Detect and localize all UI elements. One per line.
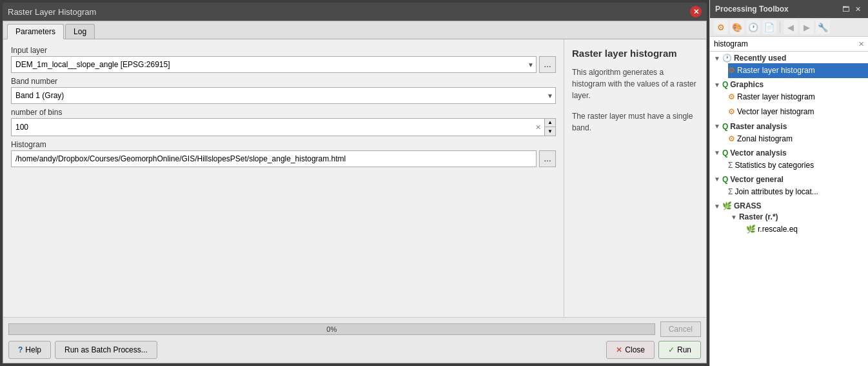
graphics-q-icon: Q [722,80,728,89]
toolbar-wrench-button[interactable]: 🔧 [816,20,830,34]
graphics-children: ⚙ Raster layer histogram ⚙ Vector layer … [710,90,868,119]
description-title: Raster layer histogram [572,47,698,60]
toolbar-gear-button[interactable]: ⚙ [714,20,728,34]
bins-input[interactable] [12,119,531,136]
toolbox-restore-icon[interactable]: 🗔 [840,4,851,14]
bins-row: ✕ ▲ ▼ [11,118,556,136]
raster-analysis-label: Raster analysis [730,122,787,131]
vector-analysis-children: Σ Statistics by categories [710,158,868,173]
vector-general-group[interactable]: ▼ Q Vector general [710,173,868,185]
close-button[interactable]: ✕ Close [606,341,655,359]
vector-general-children: Σ Join attributes by locat... [710,185,868,199]
grass-icon: 🌿 [722,201,732,210]
grass-expand-icon: ▼ [714,203,720,210]
toolbox-header-icons: 🗔 ✕ [840,4,863,14]
toolbar-separator [780,21,780,33]
raster-analysis-group[interactable]: ▼ Q Raster analysis [710,120,868,132]
histogram-path-input[interactable] [11,150,537,167]
raster-analysis-children: ⚙ Zonal histogram [710,132,868,147]
raster-r-label: Raster (r.*) [739,212,778,221]
input-layer-row: DEM_1m_local__slope_angle [EPSG:26915] ▼… [11,56,556,73]
run-check-icon: ✓ [668,345,675,354]
toolbox-close-icon[interactable]: ✕ [853,4,863,14]
zonal-histogram-gear-icon: ⚙ [728,133,735,145]
join-attributes-item[interactable]: Σ Join attributes by locat... [728,185,868,199]
statistics-by-categories-item[interactable]: Σ Statistics by categories [728,158,868,173]
progress-bar-container: 0% [8,323,655,335]
recently-used-group[interactable]: ▼ 🕐 Recently used [710,52,868,63]
tab-log[interactable]: Log [65,24,95,39]
help-icon: ? [18,345,23,354]
band-number-select-wrapper: Band 1 (Gray) ▼ [11,87,556,104]
toolbox-title: Processing Toolbox [715,5,789,14]
toolbar-forward-icon: ▶ [804,23,810,32]
join-attributes-sigma-icon: Σ [728,186,733,198]
cancel-button[interactable]: Cancel [660,321,701,337]
raster-r-expand-icon: ▼ [731,214,737,221]
bins-spinners: ▲ ▼ [544,119,555,136]
toolbar-forward-button[interactable]: ▶ [800,20,814,34]
search-input[interactable] [714,39,856,48]
graphics-label: Graphics [730,80,764,89]
search-bar: ✕ [710,37,868,52]
toolbar-document-button[interactable]: 📄 [762,20,776,34]
action-buttons: ? Help Run as Batch Process... ✕ Close ✓… [8,341,701,359]
join-attributes-label: Join attributes by locat... [735,186,818,198]
toolbar-back-button[interactable]: ◀ [784,20,798,34]
vector-histogram-gear-icon: ⚙ [728,106,735,118]
r-rescale-eq-item[interactable]: 🌿 r.rescale.eq [746,222,868,237]
toolbar-palette-button[interactable]: 🎨 [730,20,744,34]
input-layer-browse-button[interactable]: … [539,56,556,73]
toolbox-header: Processing Toolbox 🗔 ✕ [710,0,868,18]
histogram-browse-button[interactable]: … [539,150,556,167]
vector-general-label: Vector general [730,175,784,184]
input-layer-select[interactable]: DEM_1m_local__slope_angle [EPSG:26915] [11,56,537,73]
toolbar-history-icon: 🕐 [748,23,758,32]
histogram-row: … [11,150,556,167]
raster-r-subgroup[interactable]: ▼ Raster (r.*) [719,211,868,222]
batch-button[interactable]: Run as Batch Process... [55,341,157,359]
right-buttons: ✕ Close ✓ Run [606,341,701,359]
vector-layer-histogram-item[interactable]: ⚙ Vector layer histogram [728,105,868,119]
bins-clear-button[interactable]: ✕ [531,119,544,136]
raster-layer-histogram-recent-item[interactable]: ⚙ Raster layer histogram [728,63,868,78]
toolbar-history-button[interactable]: 🕐 [746,20,760,34]
grass-label: GRASS [734,201,762,210]
help-button[interactable]: ? Help [8,341,51,359]
zonal-histogram-item[interactable]: ⚙ Zonal histogram [728,132,868,147]
toolbar-gear-icon: ⚙ [717,23,725,32]
description-paragraph2: The raster layer must have a single band… [572,110,698,134]
vector-analysis-group[interactable]: ▼ Q Vector analysis [710,147,868,158]
dialog-close-button[interactable]: ✕ [690,6,702,17]
vector-layer-histogram-label: Vector layer histogram [737,106,814,118]
recently-used-label: Recently used [734,54,786,63]
vector-analysis-label: Vector analysis [730,148,786,158]
bins-increment-button[interactable]: ▲ [545,119,555,127]
vector-analysis-expand-icon: ▼ [714,149,720,156]
content-area: Input layer DEM_1m_local__slope_angle [E… [3,39,706,317]
dialog-title: Raster Layer Histogram [8,7,96,17]
raster-analysis-expand-icon: ▼ [714,123,720,130]
raster-layer-histogram-graphics-item[interactable]: ⚙ Raster layer histogram [728,90,868,105]
toolbar-back-icon: ◀ [787,23,794,32]
histogram-label: Histogram [11,140,556,149]
search-clear-icon[interactable]: ✕ [858,40,864,48]
run-button[interactable]: ✓ Run [658,341,701,359]
statistics-sigma-icon: Σ [728,159,733,172]
bottom-bar: 0% Cancel ? Help Run as Batch Process...… [3,317,706,363]
graphics-expand-icon: ▼ [714,81,720,88]
recently-used-expand-icon: ▼ [714,55,720,62]
r-rescale-eq-label: r.rescale.eq [758,223,798,236]
band-number-select[interactable]: Band 1 (Gray) [11,87,556,104]
vector-general-expand-icon: ▼ [714,176,720,183]
tab-parameters[interactable]: Parameters [7,24,64,39]
grass-group[interactable]: ▼ 🌿 GRASS [710,199,868,211]
graphics-group[interactable]: ▼ Q Graphics [710,78,868,90]
bins-input-container: ✕ ▲ ▼ [11,118,556,136]
tab-bar: Parameters Log [3,21,706,39]
form-panel: Input layer DEM_1m_local__slope_angle [E… [3,39,564,317]
bins-decrement-button[interactable]: ▼ [545,127,555,136]
band-number-label: Band number [11,77,556,86]
raster-layer-histogram-graphics-label: Raster layer histogram [737,91,815,103]
input-layer-select-wrapper: DEM_1m_local__slope_angle [EPSG:26915] ▼ [11,56,537,73]
